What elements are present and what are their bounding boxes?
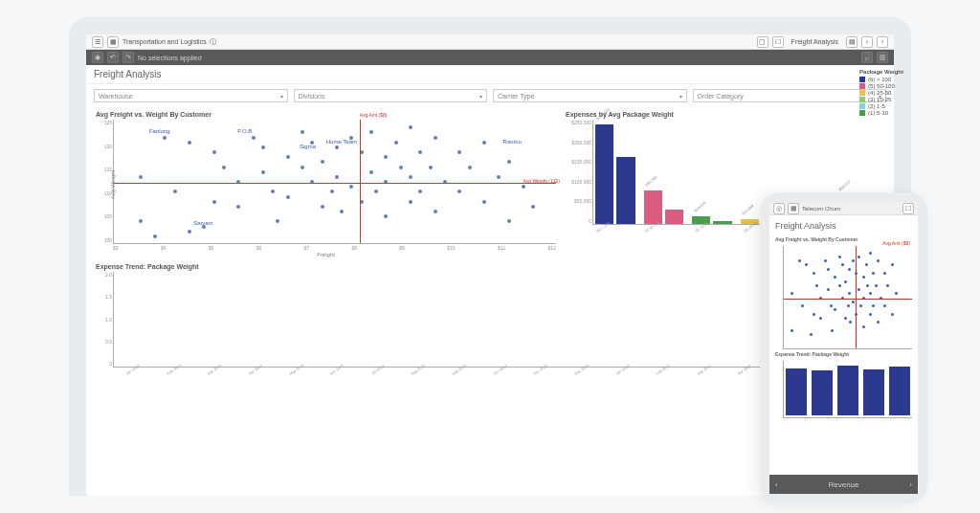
filter-carrier[interactable]: Carrier Type xyxy=(493,89,687,102)
legend-item[interactable]: (2) 1-5 xyxy=(859,103,894,109)
legend-item[interactable]: (4) 25-50 xyxy=(859,90,894,96)
scatter-title: Avg Freight vs. Weight By Customer xyxy=(96,111,556,118)
phone-toolbar: ◎ ▦ Telecom Churn ☐ xyxy=(769,202,918,215)
next-icon[interactable]: › xyxy=(877,36,888,48)
phone-footer-label: Revenue xyxy=(828,480,858,489)
smart-search-icon[interactable]: ◉ xyxy=(92,52,103,63)
legend-title: Package Weight xyxy=(859,69,894,75)
page-title: Freight Analysis xyxy=(86,65,894,84)
scatter-chart[interactable]: 125120115110105100 Avg Weight Avg Amt ($… xyxy=(113,120,556,244)
phone-ref-label: Avg Amt ($8) xyxy=(882,240,910,246)
bookmark-icon[interactable]: ☐ xyxy=(772,36,784,48)
phone-footer: ‹ Revenue › xyxy=(769,475,918,494)
legend-item[interactable]: (6) > 100 xyxy=(859,77,894,82)
scatter-ylabel: Avg Weight xyxy=(110,169,116,198)
sheet-icon[interactable]: ▦ xyxy=(107,36,119,48)
step-fwd-icon[interactable]: ↷ xyxy=(122,52,134,63)
phone-sheet-icon[interactable]: ▦ xyxy=(788,203,799,214)
selection-text: No selections applied xyxy=(138,55,202,61)
prev-icon[interactable]: ‹ xyxy=(861,36,873,48)
phone-crumb[interactable]: Telecom Churn xyxy=(802,206,840,212)
top-toolbar: ☰ ▦ Transportation and Logistics ⓘ ▢ ☐ F… xyxy=(86,34,894,50)
filter-order-category[interactable]: Order Category xyxy=(693,89,887,102)
phone-prev-icon[interactable]: ‹ xyxy=(775,480,778,489)
legend-item[interactable]: (3) 10-25 xyxy=(859,97,894,102)
phone-frame: ◎ ▦ Telecom Churn ☐ Freight Analysis Avg… xyxy=(760,192,927,503)
phone-scatter[interactable]: Avg Amt ($8) xyxy=(783,246,912,349)
breadcrumb-root[interactable]: Transportation and Logistics xyxy=(122,38,207,45)
story-icon[interactable]: ▢ xyxy=(757,36,768,48)
breadcrumb: Transportation and Logistics ⓘ xyxy=(122,37,216,47)
filter-warehouse[interactable]: Warehouse xyxy=(94,89,288,102)
expenses-title: Expenses by Avg Package Weight xyxy=(566,111,884,118)
scatter-xlabel: Freight xyxy=(96,252,556,257)
selection-bar: ◉ ↶ ↷ No selections applied ⌕ ▥ xyxy=(86,50,894,65)
phone-menu-icon[interactable]: ◎ xyxy=(773,203,785,214)
filter-divisions[interactable]: Divisions xyxy=(294,89,488,102)
phone-trend-title: Expense Trend: Package Weight xyxy=(769,351,918,357)
sheets-icon[interactable]: ▤ xyxy=(846,36,858,48)
phone-screen: ◎ ▦ Telecom Churn ☐ Freight Analysis Avg… xyxy=(769,202,918,494)
info-icon[interactable]: ⓘ xyxy=(210,37,216,47)
phone-bars[interactable] xyxy=(783,361,912,418)
phone-next-icon[interactable]: › xyxy=(909,480,912,489)
legend-item[interactable]: (1) 5-10 xyxy=(859,110,894,116)
search-icon[interactable]: ⌕ xyxy=(861,52,873,63)
filter-row: Warehouse Divisions Carrier Type Order C… xyxy=(86,84,894,107)
selections-tool-icon[interactable]: ▥ xyxy=(877,52,888,63)
app-menu-icon[interactable]: ☰ xyxy=(92,36,103,48)
legend-item[interactable]: (5) 50-100 xyxy=(859,83,894,89)
breadcrumb-current: Freight Analysis xyxy=(788,38,842,45)
legend: Package Weight (6) > 100(5) 50-100(4) 25… xyxy=(859,69,894,117)
phone-title: Freight Analysis xyxy=(769,215,918,236)
phone-bookmark-icon[interactable]: ☐ xyxy=(902,203,914,214)
step-back-icon[interactable]: ↶ xyxy=(107,52,119,63)
